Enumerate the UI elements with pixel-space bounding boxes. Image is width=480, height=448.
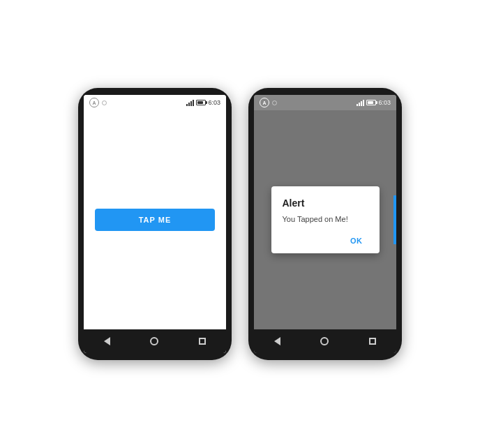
phone-2: A 6:03 [248,88,402,360]
phone-1-nav-bar [84,329,226,353]
phone-2-status-bar: A 6:03 [254,95,396,110]
home-button-2-icon[interactable] [320,337,329,345]
alert-ok-button[interactable]: OK [345,234,368,248]
status-time: 6:03 [208,99,220,106]
battery-2-icon [366,100,376,105]
alert-dialog: Alert You Tapped on Me! OK [271,186,380,253]
phone-1-screen: A 6:03 [84,95,226,353]
notification-dot-icon [102,100,107,105]
android-logo-2-icon: A [260,98,269,107]
phone-2-screen: A 6:03 [254,95,396,353]
recent-button-2-icon[interactable] [369,338,376,345]
home-button-icon[interactable] [150,337,158,345]
blue-accent-bar [393,195,396,244]
status-bar-right: 6:03 [186,99,220,106]
recent-button-icon[interactable] [199,338,206,345]
alert-title: Alert [283,197,368,209]
alert-buttons: OK [283,234,368,248]
status-bar-left: A [89,98,107,107]
battery-icon [196,100,206,105]
back-button-icon[interactable] [104,337,110,345]
phone-2-nav-bar [254,329,396,353]
android-logo-icon: A [89,98,99,107]
status-time-2: 6:03 [378,99,391,106]
signal-icon [186,100,194,106]
signal-2-icon [357,100,364,106]
phone-1: A 6:03 [78,88,232,360]
notification-dot-2-icon [272,100,277,105]
back-button-2-icon[interactable] [274,337,280,345]
dialog-overlay: Alert You Tapped on Me! OK [254,110,396,329]
status-bar-left-2: A [260,98,277,107]
status-bar-right-2: 6:03 [357,99,391,106]
alert-message: You Tapped on Me! [283,214,368,225]
phones-container: A 6:03 [78,88,402,360]
app-content: TAP ME [84,110,226,329]
tap-me-button[interactable]: TAP ME [95,209,215,231]
phone-1-status-bar: A 6:03 [84,95,226,110]
